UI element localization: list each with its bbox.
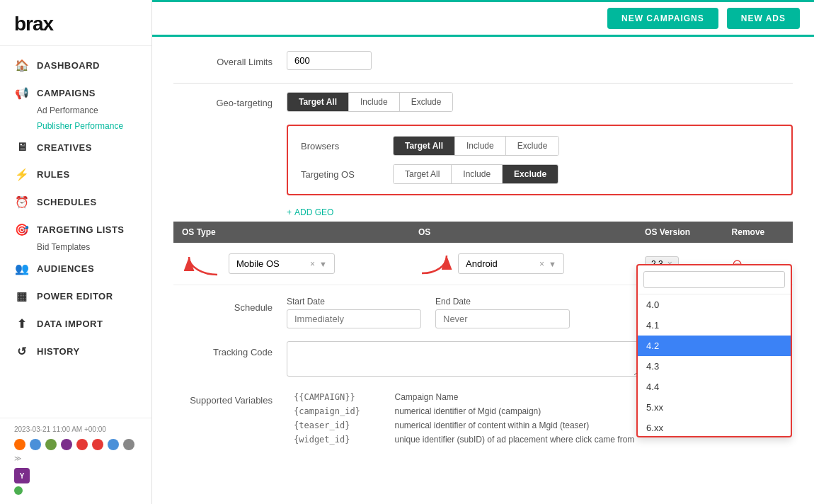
dropdown-item-6xx[interactable]: 6.xx <box>638 418 791 436</box>
start-date-input[interactable] <box>287 309 421 328</box>
table-row: Mobile OS × ▼ <box>173 243 793 285</box>
sidebar-item-rules[interactable]: ⚡ RULES <box>0 161 151 188</box>
sidebar-item-dashboard[interactable]: 🏠 DASHBOARD <box>0 52 151 79</box>
sidebar-item-schedules[interactable]: ⏰ SCHEDULES <box>0 188 151 216</box>
sidebar-item-publisher-performance[interactable]: Publisher Performance <box>37 118 151 134</box>
targeting-icon: 🎯 <box>14 223 30 236</box>
browsers-label: Browsers <box>301 141 379 151</box>
os-type-cell: Mobile OS × ▼ <box>173 243 410 285</box>
browsers-include-btn[interactable]: Include <box>455 137 506 155</box>
browsers-toggle-group: Target All Include Exclude <box>393 136 559 156</box>
browsers-target-all-btn[interactable]: Target All <box>394 137 455 155</box>
targeting-submenu: Bid Templates <box>0 239 151 255</box>
new-campaigns-button[interactable]: NEW CAMPAIGNS <box>607 8 718 29</box>
green-status-dot <box>14 486 23 495</box>
geo-targeting-row: Geo-targeting Target All Include Exclude <box>173 92 793 112</box>
content-area: Overall Limits Geo-targeting Target All … <box>152 37 814 504</box>
dashboard-icon: 🏠 <box>14 59 30 72</box>
end-date-input[interactable] <box>435 309 570 328</box>
browsers-exclude-btn[interactable]: Exclude <box>506 137 559 155</box>
audiences-icon: 👥 <box>14 262 30 275</box>
creatives-icon: 🖥 <box>14 141 30 154</box>
tracking-input[interactable] <box>287 341 641 377</box>
status-dot-8 <box>123 439 134 450</box>
dropdown-item-5xx[interactable]: 5.xx <box>638 397 791 418</box>
os-version-header: OS Version <box>636 222 723 243</box>
schedule-dates: Start Date End Date <box>287 297 570 328</box>
status-dot-5 <box>76 439 88 450</box>
geo-targeting-label: Geo-targeting <box>173 92 273 108</box>
targeting-os-toggle-group: Target All Include Exclude <box>393 164 558 184</box>
sidebar-item-data-import[interactable]: ⬆ DATA IMPORT <box>0 310 151 338</box>
schedule-label: Schedule <box>173 297 273 313</box>
geo-exclude-btn[interactable]: Exclude <box>400 93 453 111</box>
sidebar-item-bid-templates[interactable]: Bid Templates <box>37 239 151 255</box>
targeting-os-target-all-btn[interactable]: Target All <box>394 165 452 183</box>
sidebar-nav: 🏠 DASHBOARD 📢 CAMPAIGNS Ad Performance P… <box>0 46 151 418</box>
new-ads-button[interactable]: NEW ADS <box>727 8 800 29</box>
sidebar-item-ad-performance[interactable]: Ad Performance <box>37 103 151 118</box>
targeting-os-exclude-btn[interactable]: Exclude <box>503 165 558 183</box>
start-date-group: Start Date <box>287 297 421 328</box>
rules-icon: ⚡ <box>14 168 30 181</box>
os-select[interactable]: Android × ▼ <box>458 253 564 274</box>
dropdown-item-43[interactable]: 4.3 <box>638 356 791 377</box>
os-cell: Android × ▼ <box>410 243 636 285</box>
sidebar-item-creatives[interactable]: 🖥 CREATIVES <box>0 134 151 161</box>
geo-include-btn[interactable]: Include <box>349 93 400 111</box>
dropdown-item-40[interactable]: 4.0 <box>638 294 791 315</box>
os-type-value: Mobile OS <box>236 258 280 269</box>
remove-header: Remove <box>723 222 793 243</box>
dropdown-search-input[interactable] <box>643 271 785 288</box>
end-date-label: End Date <box>435 297 570 307</box>
topbar: NEW CAMPAIGNS NEW ADS <box>152 2 814 37</box>
power-editor-icon: ▦ <box>14 290 30 303</box>
geo-target-all-btn[interactable]: Target All <box>287 93 349 111</box>
os-table-wrapper: OS Type OS OS Version Remove <box>173 222 793 285</box>
sidebar-item-creatives-label: CREATIVES <box>37 142 92 153</box>
sidebar-item-audiences[interactable]: 👥 AUDIENCES <box>0 255 151 282</box>
os-clear-btn[interactable]: × <box>539 259 544 269</box>
add-geo-link[interactable]: + ADD GEO <box>287 207 333 217</box>
sidebar-item-targeting-label: TARGETING LISTS <box>37 224 125 235</box>
schedules-icon: ⏰ <box>14 195 30 209</box>
browsers-os-section: Browsers Target All Include Exclude Targ… <box>287 125 793 195</box>
arrow-wrapper-2 <box>418 248 454 279</box>
dropdown-item-42[interactable]: 4.2 <box>638 336 791 356</box>
targeting-os-label: Targeting OS <box>301 169 379 180</box>
sidebar-item-campaigns-label: CAMPAIGNS <box>37 88 96 98</box>
overall-limits-input[interactable] <box>287 51 372 70</box>
geo-targeting-controls: Target All Include Exclude <box>287 92 453 112</box>
campaigns-submenu: Ad Performance Publisher Performance <box>0 103 151 134</box>
y-badge: Y <box>14 468 30 483</box>
os-type-select[interactable]: Mobile OS × ▼ <box>229 253 335 274</box>
add-geo-icon: + <box>287 207 292 217</box>
app-logo: brax <box>14 13 53 35</box>
logo-area: brax <box>0 0 151 46</box>
status-dot-3 <box>45 439 57 450</box>
sidebar-bottom: 2023-03-21 11:00 AM +00:00 ≫ Y <box>0 418 151 504</box>
main-content: NEW CAMPAIGNS NEW ADS Overall Limits Geo… <box>152 0 814 504</box>
red-arrow-right <box>418 248 454 277</box>
status-dot-2 <box>30 439 41 450</box>
os-type-with-arrow: Mobile OS × ▼ <box>182 250 401 278</box>
dropdown-item-41[interactable]: 4.1 <box>638 315 791 336</box>
status-dot-6 <box>92 439 103 450</box>
os-version-dropdown: 4.0 4.1 4.2 4.3 4.4 5.xx 6.xx <box>636 264 792 437</box>
os-type-header: OS Type <box>173 222 410 243</box>
end-date-group: End Date <box>435 297 570 328</box>
dropdown-list: 4.0 4.1 4.2 4.3 4.4 5.xx 6.xx <box>638 294 791 436</box>
os-header: OS <box>410 222 636 243</box>
tracking-label: Tracking Code <box>173 341 273 357</box>
dropdown-item-44[interactable]: 4.4 <box>638 377 791 397</box>
sidebar-item-audiences-label: AUDIENCES <box>37 263 94 274</box>
sidebar: brax 🏠 DASHBOARD 📢 CAMPAIGNS Ad Performa… <box>0 0 152 504</box>
os-arrow-icon: ▼ <box>549 260 556 268</box>
sidebar-item-power-editor[interactable]: ▦ POWER EDITOR <box>0 282 151 310</box>
sidebar-item-power-editor-label: POWER EDITOR <box>37 291 113 302</box>
os-type-clear-btn[interactable]: × <box>310 259 315 269</box>
os-with-arrow: Android × ▼ <box>418 248 628 279</box>
status-dot-4 <box>61 439 72 450</box>
targeting-os-include-btn[interactable]: Include <box>452 165 503 183</box>
sidebar-item-history[interactable]: ↺ HISTORY <box>0 338 151 365</box>
